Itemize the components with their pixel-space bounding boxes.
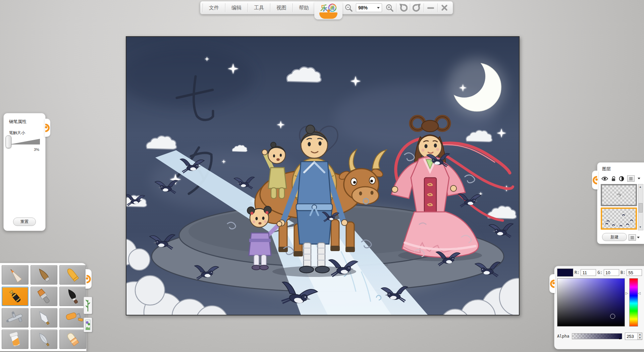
alpha-label: Alpha — [557, 334, 569, 339]
menu-edit[interactable]: 编辑 — [226, 3, 247, 13]
tool-leaf-knife[interactable] — [31, 330, 57, 349]
texture-plant-button[interactable] — [84, 297, 92, 314]
reset-button[interactable]: 重置 — [13, 218, 36, 226]
tool-flat-brush[interactable] — [31, 287, 57, 306]
zoom-level-dropdown[interactable]: 98% — [356, 3, 382, 12]
new-layer-button[interactable]: 新建 — [602, 233, 627, 241]
magnifier-plus-icon — [385, 4, 394, 12]
tool-paste-jar[interactable] — [2, 330, 29, 349]
alpha-value-input[interactable] — [625, 334, 637, 339]
pencil-icon — [3, 267, 27, 283]
g-value-input[interactable] — [604, 269, 619, 276]
paint-roller-icon — [61, 310, 85, 326]
logo-nose-icon — [327, 9, 330, 12]
tool-wood-pen[interactable] — [31, 265, 57, 285]
main-toolbar: 文件 编辑 工具 视图 帮助 乐 画 98% — [200, 1, 453, 14]
layer-1-content — [602, 185, 636, 205]
layer-options-button[interactable] — [627, 175, 635, 182]
color-cursor[interactable] — [610, 314, 615, 319]
logo-character-hua: 画 — [330, 5, 335, 10]
airbrush-icon — [3, 310, 27, 326]
tool-eraser[interactable] — [59, 330, 86, 349]
tool-palette-knife[interactable] — [31, 308, 57, 328]
crescent-moon — [448, 58, 506, 116]
tool-palette-grab-handle[interactable] — [86, 269, 92, 289]
b-value-input[interactable] — [627, 269, 642, 276]
brush-size-slider-track[interactable] — [9, 139, 40, 144]
layer-list-scrollbar[interactable]: ▲ ▼ — [638, 184, 643, 230]
eraser-icon — [61, 331, 85, 347]
list-icon — [629, 177, 633, 180]
visibility-eye-icon[interactable] — [601, 176, 608, 181]
unlock-icon[interactable] — [611, 176, 616, 181]
pen-panel-grab-handle[interactable] — [45, 119, 50, 137]
toolbar-separator — [225, 3, 225, 12]
pattern-thumbnail-icon — [85, 319, 91, 330]
scroll-up-icon[interactable]: ▲ — [638, 185, 642, 189]
g-label: G: — [597, 270, 602, 275]
palette-knife-icon — [32, 310, 56, 326]
toolbar-separator — [270, 3, 270, 12]
toolbar-separator — [424, 3, 424, 12]
handle-dot-icon — [86, 277, 88, 280]
tool-airbrush[interactable] — [2, 308, 29, 328]
zoom-in-button[interactable] — [383, 2, 396, 13]
minimize-icon — [427, 4, 434, 11]
texture-pattern-button[interactable] — [84, 317, 92, 332]
chevron-down-icon — [377, 7, 380, 9]
undo-button[interactable] — [397, 2, 410, 13]
magnifier-minus-icon — [344, 4, 353, 12]
leaf-knife-icon — [32, 331, 56, 347]
saturation-value-picker[interactable] — [557, 278, 625, 327]
minimize-button[interactable] — [424, 2, 437, 13]
menu-view[interactable]: 视图 — [271, 3, 292, 13]
layers-panel: 图层 — [597, 162, 644, 244]
spin-down-icon[interactable]: ▼ — [638, 336, 642, 340]
undo-icon — [399, 3, 408, 12]
brush-size-slider-handle[interactable] — [6, 135, 11, 148]
blend-contrast-icon[interactable] — [619, 176, 624, 181]
spin-up-icon[interactable]: ▲ — [638, 333, 642, 336]
hue-slider[interactable] — [629, 278, 638, 327]
layer-2-content — [602, 209, 636, 228]
r-value-input[interactable] — [581, 269, 596, 276]
redo-button[interactable] — [411, 2, 423, 13]
scroll-down-icon[interactable]: ▼ — [638, 225, 642, 229]
current-color-swatch — [557, 269, 573, 277]
hue-marker-left-icon[interactable]: ▷ — [626, 292, 628, 295]
ink-brush-icon — [61, 288, 85, 304]
layer-list-menu-button[interactable] — [629, 234, 640, 241]
tool-crayon[interactable] — [59, 265, 86, 285]
color-panel-grab-handle[interactable] — [549, 274, 555, 293]
tool-ink-brush[interactable] — [59, 287, 86, 306]
alpha-marker-icon[interactable]: ▲ — [619, 337, 621, 340]
list-icon — [630, 236, 634, 239]
tool-fountain-pen-selected[interactable] — [2, 287, 29, 306]
pen-panel-title: 钢笔属性 — [9, 119, 26, 125]
brush-size-value: 3% — [34, 148, 39, 152]
plant-icon — [85, 299, 91, 312]
layer-item-2-active[interactable] — [601, 208, 637, 230]
layer-item-1[interactable] — [601, 184, 637, 206]
wood-pen-icon — [32, 267, 56, 283]
menu-tools[interactable]: 工具 — [248, 3, 270, 13]
redo-icon — [413, 3, 421, 12]
drawing-canvas[interactable] — [126, 36, 520, 315]
zoom-out-button[interactable] — [342, 2, 355, 13]
chevron-down-icon[interactable] — [638, 178, 640, 179]
alpha-spinbox: ▲ ▼ — [625, 333, 642, 340]
logo-smile-icon — [319, 12, 337, 19]
layers-panel-grab-handle[interactable] — [592, 171, 598, 189]
color-picker-panel: R: G: B: ▷ ◁ Alpha ▲ ▲ ▼ — [554, 266, 644, 349]
hue-marker-right-icon[interactable]: ◁ — [638, 292, 641, 295]
tool-paint-roller[interactable] — [59, 308, 86, 328]
tool-pencil[interactable] — [2, 265, 29, 285]
alpha-slider[interactable]: ▲ — [572, 333, 622, 339]
brush-size-label: 笔触大小 — [9, 130, 25, 136]
menu-help[interactable]: 帮助 — [293, 3, 315, 13]
paste-jar-icon — [3, 331, 27, 347]
close-button[interactable] — [438, 2, 451, 13]
menu-file[interactable]: 文件 — [203, 3, 225, 13]
flat-brush-icon — [32, 288, 56, 304]
scrollbar-thumb[interactable] — [639, 203, 643, 213]
